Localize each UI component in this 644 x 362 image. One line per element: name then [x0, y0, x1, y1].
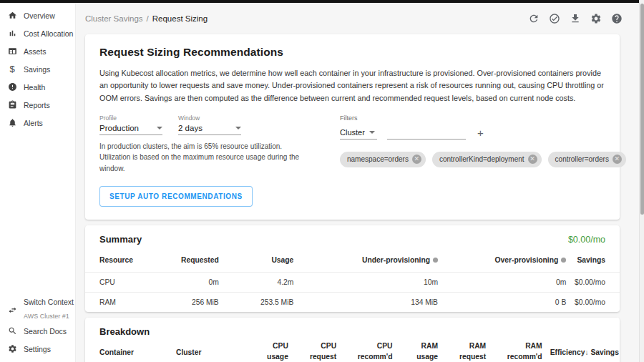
col-usage: Usage: [219, 248, 294, 272]
switch-context-button[interactable]: Switch Context AWS Cluster #1: [0, 298, 75, 322]
col-resource: Resource: [85, 248, 155, 272]
sidebar-item-label: Cost Allocation: [24, 29, 73, 38]
settings-button[interactable]: Settings: [0, 340, 75, 358]
sidebar-item-label: Overview: [24, 11, 55, 20]
content: Request Sizing Recommendations Using Kub…: [77, 34, 640, 362]
scrollbar-thumb[interactable]: [640, 4, 644, 215]
sidebar: Overview Cost Allocation Assets $ Saving…: [0, 3, 76, 362]
profile-select[interactable]: Production: [99, 124, 162, 135]
chip-label: namespace=orders: [347, 155, 409, 163]
switch-context-label: Switch Context: [24, 298, 74, 307]
col-under-provisioning: Under-provisioning: [293, 248, 438, 272]
sidebar-item-savings[interactable]: $ Savings: [0, 60, 75, 78]
filter-chip[interactable]: controllerKind=deployment ✕: [432, 152, 542, 167]
col-efficiency[interactable]: Efficiency: [542, 340, 585, 362]
chip-delete-icon[interactable]: ✕: [613, 155, 622, 164]
col-container: Container: [85, 340, 176, 362]
dollar-icon: $: [7, 64, 17, 74]
chip-label: controllerKind=deployment: [439, 155, 525, 163]
assets-grid-icon: [7, 47, 17, 57]
clipboard-icon: [7, 100, 17, 110]
sidebar-item-health[interactable]: Health: [0, 78, 75, 96]
help-icon[interactable]: [611, 13, 623, 24]
swap-arrows-icon: [7, 305, 17, 315]
breakdown-header-row: Container Cluster CPUusage CPUrequest CP…: [85, 340, 620, 362]
check-circle-icon[interactable]: [549, 13, 560, 24]
gear-icon: [7, 344, 17, 354]
filter-type-select[interactable]: Cluster: [340, 128, 377, 140]
sidebar-item-label: Reports: [24, 101, 50, 109]
summary-total-savings: $0.00/mo: [568, 235, 605, 245]
breadcrumb: Cluster Savings / Request Sizing: [85, 14, 208, 23]
chip-delete-icon[interactable]: ✕: [412, 155, 421, 164]
col-requested: Requested: [155, 248, 219, 272]
col-ram-usage[interactable]: RAMusage: [393, 340, 438, 362]
summary-row-cpu[interactable]: CPU 0m 4.2m 10m 0m $0.00/mo: [85, 272, 620, 292]
request-sizing-card: Request Sizing Recommendations Using Kub…: [85, 34, 620, 220]
sidebar-item-alerts[interactable]: Alerts: [0, 114, 75, 132]
search-docs-button[interactable]: Search Docs: [0, 322, 75, 340]
sidebar-item-label: Assets: [24, 47, 47, 56]
add-filter-button[interactable]: +: [476, 127, 485, 140]
sidebar-item-label: Alerts: [24, 119, 43, 127]
summary-card: Summary $0.00/mo Resource Requested Usag…: [85, 225, 620, 312]
col-ram-request[interactable]: RAMrequest: [438, 340, 486, 362]
col-over-provisioning: Over-provisioning: [438, 248, 566, 272]
sidebar-item-label: Health: [24, 83, 45, 92]
setup-auto-recommendations-button[interactable]: SETUP AUTO RECOMMENDATIONS: [99, 186, 253, 207]
col-cpu-request[interactable]: CPUrequest: [288, 340, 336, 362]
bell-icon: [7, 118, 17, 128]
bar-chart-icon: [7, 29, 17, 39]
filter-chip[interactable]: controller=orders ✕: [548, 152, 626, 167]
col-ram-recommended[interactable]: RAMrecomm'd: [486, 340, 542, 362]
info-icon[interactable]: [561, 258, 566, 263]
breakdown-card: Breakdown Container Cluster CPUusage CPU…: [85, 318, 620, 362]
summary-header-row: Resource Requested Usage Under-provision…: [85, 248, 620, 272]
summary-row-ram[interactable]: RAM 256 MiB 253.5 MiB 134 MiB 0 B $0.00/…: [85, 292, 620, 312]
filter-type-value: Cluster: [340, 128, 365, 137]
profile-label: Profile: [99, 114, 162, 122]
breadcrumb-parent[interactable]: Cluster Savings: [85, 14, 143, 23]
sidebar-footer: Switch Context AWS Cluster #1 Search Doc…: [0, 298, 75, 362]
col-savings: Savings: [566, 248, 620, 272]
chevron-down-icon: [235, 127, 241, 129]
col-savings-sort[interactable]: ↓Savings: [585, 340, 620, 362]
filter-chip[interactable]: namespace=orders ✕: [340, 152, 426, 167]
sidebar-item-assets[interactable]: Assets: [0, 42, 75, 60]
page-title: Request Sizing Recommendations: [99, 46, 605, 59]
search-docs-label: Search Docs: [24, 327, 67, 336]
refresh-icon[interactable]: [528, 13, 540, 24]
profile-helper-text: In production clusters, the aim is 65% r…: [99, 141, 314, 175]
chevron-down-icon: [369, 131, 375, 134]
sidebar-item-reports[interactable]: Reports: [0, 96, 75, 114]
error-circle-icon: [7, 82, 17, 92]
breakdown-title: Breakdown: [99, 326, 150, 337]
window-select-value: 2 days: [178, 124, 203, 132]
current-cluster-label: AWS Cluster #1: [24, 313, 69, 320]
col-cpu-recommended[interactable]: CPUrecomm'd: [336, 340, 392, 362]
download-icon[interactable]: [570, 13, 581, 24]
top-strip: [0, 0, 644, 3]
chevron-down-icon: [157, 127, 162, 129]
scrollbar[interactable]: [639, 0, 644, 362]
filters-label: Filters: [340, 114, 626, 122]
chip-delete-icon[interactable]: ✕: [528, 155, 537, 164]
settings-label: Settings: [24, 345, 51, 353]
page-description: Using Kubecost allocation metrics, we de…: [99, 67, 605, 104]
breadcrumb-separator: /: [147, 14, 149, 23]
sidebar-item-cost-allocation[interactable]: Cost Allocation: [0, 24, 75, 42]
summary-title: Summary: [99, 234, 142, 245]
info-icon[interactable]: [433, 258, 438, 263]
sidebar-item-overview[interactable]: Overview: [0, 6, 75, 24]
breadcrumb-current: Request Sizing: [152, 14, 208, 23]
home-icon: [7, 11, 17, 21]
settings-gear-icon[interactable]: [590, 13, 602, 24]
main-area: Cluster Savings / Request Sizing Request…: [77, 3, 640, 362]
sort-descending-icon: ↓: [585, 348, 588, 356]
window-select[interactable]: 2 days: [178, 124, 241, 135]
profile-select-value: Production: [99, 124, 139, 132]
search-icon: [7, 326, 17, 336]
topbar: Cluster Savings / Request Sizing: [77, 3, 640, 34]
filter-value-input[interactable]: [387, 127, 466, 140]
col-cpu-usage[interactable]: CPUusage: [245, 340, 288, 362]
